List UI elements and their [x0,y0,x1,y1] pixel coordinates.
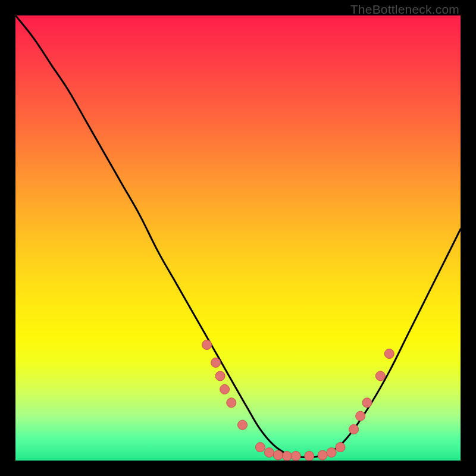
curve-marker [202,340,212,350]
curve-marker [215,371,225,381]
curve-marker [384,349,394,359]
curve-marker [327,448,336,458]
curve-markers [202,340,394,461]
curve-svg [15,15,461,461]
curve-marker [362,398,372,408]
watermark-text: TheBottleneck.com [350,2,459,17]
curve-marker [220,384,230,394]
curve-marker [349,425,359,434]
curve-marker [375,371,385,381]
curve-marker [305,452,314,461]
curve-marker [273,450,283,460]
bottleneck-curve [15,15,461,458]
plot-area [15,15,461,461]
curve-marker [238,420,248,430]
curve-marker [318,450,327,460]
curve-marker [336,443,345,452]
curve-marker [291,452,300,461]
chart-frame: TheBottleneck.com [0,0,476,476]
curve-marker [282,452,292,461]
curve-marker [356,411,365,421]
curve-marker [255,443,265,452]
curve-marker [264,448,274,458]
curve-marker [211,358,221,367]
curve-marker [227,398,236,408]
